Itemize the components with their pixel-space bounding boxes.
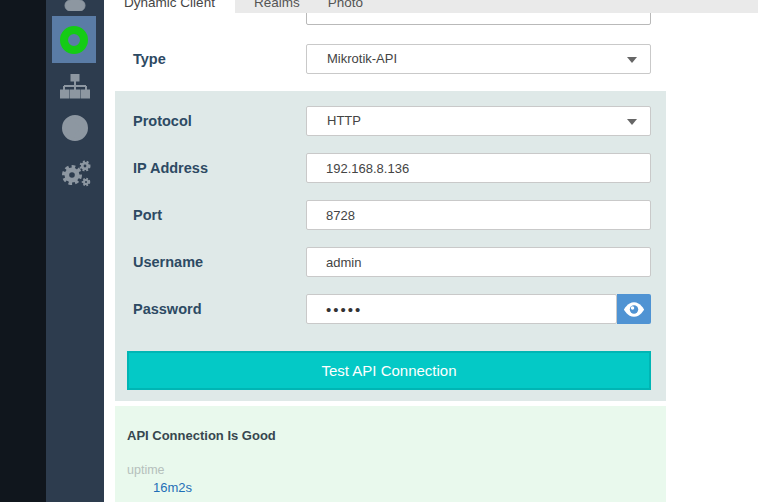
username-label: Username (133, 247, 203, 277)
signin-arrow-icon (61, 114, 89, 142)
test-api-connection-button[interactable]: Test API Connection (127, 351, 651, 390)
protocol-label: Protocol (133, 106, 192, 136)
uptime-key: uptime (127, 463, 165, 477)
tab-strip: Realms Photo (235, 0, 758, 13)
chevron-down-icon (627, 119, 637, 125)
tab-label: Photo (328, 0, 363, 10)
sidebar-item-login[interactable] (46, 114, 104, 142)
gears-icon (57, 157, 93, 190)
sidebar-item-network-map[interactable] (46, 73, 104, 101)
tab-label: Dynamic Client (124, 0, 215, 10)
eye-icon (623, 302, 645, 317)
sidebar-item-dynamic-client-active[interactable] (52, 16, 96, 63)
tab-label: Realms (254, 0, 300, 10)
type-select[interactable]: Mikrotik-API (306, 44, 651, 74)
ip-address-label: IP Address (133, 153, 208, 183)
uptime-value: 16m2s (153, 480, 192, 495)
port-label: Port (133, 200, 162, 230)
tab-realms[interactable]: Realms (240, 0, 314, 13)
sidebar (46, 0, 104, 502)
protocol-select-value: HTTP (327, 113, 361, 128)
protocol-select[interactable]: HTTP (306, 106, 651, 136)
tab-photo[interactable]: Photo (314, 0, 377, 13)
user-icon (63, 0, 87, 11)
port-input[interactable] (306, 200, 651, 230)
type-select-value: Mikrotik-API (327, 51, 397, 66)
status-donut-icon (60, 26, 88, 54)
type-label: Type (133, 44, 166, 74)
sidebar-collapsed-strip (0, 0, 46, 502)
api-result-panel (115, 406, 666, 502)
chevron-down-icon (627, 57, 637, 63)
tab-dynamic-client[interactable]: Dynamic Client (104, 0, 235, 13)
password-label: Password (133, 294, 202, 324)
api-result-title: API Connection Is Good (127, 428, 276, 443)
sidebar-item-settings[interactable] (46, 156, 104, 190)
ip-address-input[interactable] (306, 153, 651, 183)
show-password-button[interactable] (617, 294, 651, 324)
password-input[interactable] (306, 294, 617, 324)
sitemap-icon (60, 74, 90, 101)
sidebar-item-users[interactable] (46, 0, 104, 11)
tab-bar: Dynamic Client Realms Photo (104, 0, 758, 13)
username-input[interactable] (306, 247, 651, 277)
